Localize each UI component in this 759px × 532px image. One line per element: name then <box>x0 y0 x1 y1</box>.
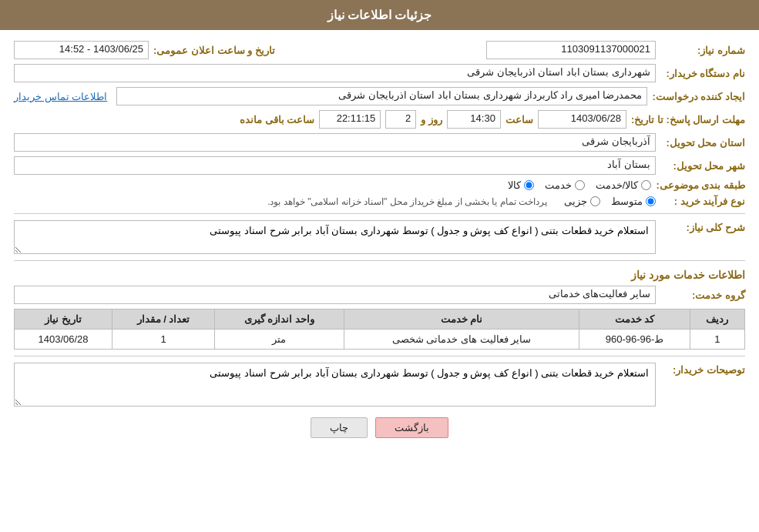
city-value: بستان آباد <box>14 156 656 175</box>
deadline-time-label: ساعت <box>505 114 533 125</box>
process-radio-jozii[interactable] <box>590 196 600 206</box>
process-label-motavasset: متوسط <box>611 196 643 207</box>
creator-row: ایجاد کننده درخواست: محمدرضا امیری راد ک… <box>14 87 745 105</box>
page-header: جزئیات اطلاعات نیاز <box>0 0 759 30</box>
back-button[interactable]: بازگشت <box>375 417 448 438</box>
category-label-khedmat: خدمت <box>545 179 572 191</box>
services-table: ردیف کد خدمت نام خدمت واحد اندازه گیری ت… <box>14 309 745 350</box>
category-label-kala: کالا <box>508 179 521 191</box>
need-desc-textarea[interactable] <box>14 220 656 254</box>
creator-value: محمدرضا امیری راد کاربرداز شهرداری بستان… <box>116 87 647 105</box>
deadline-date: 1403/06/28 <box>538 110 626 129</box>
col-name: نام خدمت <box>344 309 579 330</box>
category-label-kala-khedmat: کالا/خدمت <box>596 179 639 191</box>
buyer-notes-row: توصیحات خریدار: <box>14 363 745 407</box>
category-label: طبقه بندی موضوعی: <box>656 179 745 191</box>
purchaser-label: نام دستگاه خریدار: <box>660 68 745 79</box>
announcement-value: 1403/06/25 - 14:52 <box>14 41 149 59</box>
process-options: متوسط جزیی <box>564 196 656 207</box>
table-header-row: ردیف کد خدمت نام خدمت واحد اندازه گیری ت… <box>15 309 745 330</box>
col-index: ردیف <box>690 309 744 330</box>
services-table-head: ردیف کد خدمت نام خدمت واحد اندازه گیری ت… <box>15 309 745 330</box>
category-options: کالا/خدمت خدمت کالا <box>508 179 652 191</box>
process-option-jozii: جزیی <box>564 196 600 207</box>
cell-name: سایر فعالیت های خدماتی شخصی <box>344 330 579 350</box>
print-button[interactable]: چاپ <box>311 417 368 438</box>
deadline-remaining-label: ساعت باقی مانده <box>240 114 314 125</box>
announcement-label: تاریخ و ساعت اعلان عمومی: <box>153 45 275 56</box>
need-desc-label: شرح کلی نیاز: <box>660 222 745 233</box>
need-number-row: شماره نیاز: 1103091137000021 تاریخ و ساع… <box>14 41 745 59</box>
category-option-khedmat: خدمت <box>545 179 585 191</box>
process-label: نوع فرآیند خرید : <box>660 196 745 207</box>
process-option-motavasset: متوسط <box>611 196 656 207</box>
table-row: 1ط-96-96-960سایر فعالیت های خدماتی شخصیم… <box>15 330 745 350</box>
category-radio-khedmat[interactable] <box>575 180 585 190</box>
service-group-label: گروه خدمت: <box>660 289 745 301</box>
need-desc-row: شرح کلی نیاز: <box>14 220 745 254</box>
buyer-notes-label: توصیحات خریدار: <box>660 364 745 376</box>
deadline-days: 2 <box>385 110 416 129</box>
creator-label: ایجاد کننده درخواست: <box>652 91 745 102</box>
deadline-row: مهلت ارسال پاسخ: تا تاریخ: 1403/06/28 سا… <box>14 110 745 129</box>
process-label-jozii: جزیی <box>564 196 587 207</box>
province-label: استان محل تحویل: <box>660 137 745 149</box>
services-title: اطلاعات خدمات مورد نیاز <box>14 269 745 281</box>
deadline-label: مهلت ارسال پاسخ: تا تاریخ: <box>631 114 745 125</box>
main-content: شماره نیاز: 1103091137000021 تاریخ و ساع… <box>0 30 759 453</box>
process-row: نوع فرآیند خرید : متوسط جزیی پرداخت تمام… <box>14 196 745 207</box>
province-row: استان محل تحویل: آذربایجان شرقی <box>14 133 745 152</box>
province-value: آذربایجان شرقی <box>14 133 656 152</box>
page-title: جزئیات اطلاعات نیاز <box>327 8 432 22</box>
deadline-remaining: 22:11:15 <box>319 110 381 129</box>
category-row: طبقه بندی موضوعی: کالا/خدمت خدمت کالا <box>14 179 745 191</box>
col-date: تاریخ نیاز <box>15 309 113 330</box>
cell-index: 1 <box>690 330 744 350</box>
city-row: شهر محل تحویل: بستان آباد <box>14 156 745 175</box>
need-number-label: شماره نیاز: <box>660 45 745 56</box>
service-group-value: سایر فعالیت‌های خدماتی <box>14 286 656 304</box>
cell-qty: 1 <box>113 330 215 350</box>
divider-3 <box>14 356 745 356</box>
col-qty: تعداد / مقدار <box>113 309 215 330</box>
purchaser-row: نام دستگاه خریدار: شهرداری بستان اباد اس… <box>14 64 745 82</box>
divider-2 <box>14 260 745 261</box>
category-radio-kala-khedmat[interactable] <box>641 180 651 190</box>
category-option-kala: کالا <box>508 179 534 191</box>
process-note: پرداخت تمام یا بخشی از مبلغ خریداز محل "… <box>267 196 547 207</box>
services-table-body: 1ط-96-96-960سایر فعالیت های خدماتی شخصیم… <box>15 330 745 350</box>
category-option-kala-khedmat: کالا/خدمت <box>596 179 652 191</box>
col-code: کد خدمت <box>579 309 690 330</box>
cell-unit: متر <box>215 330 344 350</box>
col-unit: واحد اندازه گیری <box>215 309 344 330</box>
purchaser-value: شهرداری بستان اباد استان اذربایجان شرقی <box>14 64 656 82</box>
category-radio-kala[interactable] <box>524 180 534 190</box>
process-radio-motavasset[interactable] <box>646 196 656 206</box>
deadline-time: 14:30 <box>447 110 501 129</box>
page-wrapper: جزئیات اطلاعات نیاز شماره نیاز: 11030911… <box>0 0 759 532</box>
cell-date: 1403/06/28 <box>15 330 113 350</box>
cell-code: ط-96-96-960 <box>579 330 690 350</box>
city-label: شهر محل تحویل: <box>660 160 745 172</box>
divider-1 <box>14 213 745 214</box>
button-row: بازگشت چاپ <box>14 417 745 438</box>
buyer-notes-textarea[interactable] <box>14 363 656 407</box>
need-number-value: 1103091137000021 <box>486 41 656 59</box>
creator-link[interactable]: اطلاعات تماس خریدار <box>14 91 107 102</box>
service-group-row: گروه خدمت: سایر فعالیت‌های خدماتی <box>14 286 745 304</box>
deadline-day-label: روز و <box>421 114 442 125</box>
